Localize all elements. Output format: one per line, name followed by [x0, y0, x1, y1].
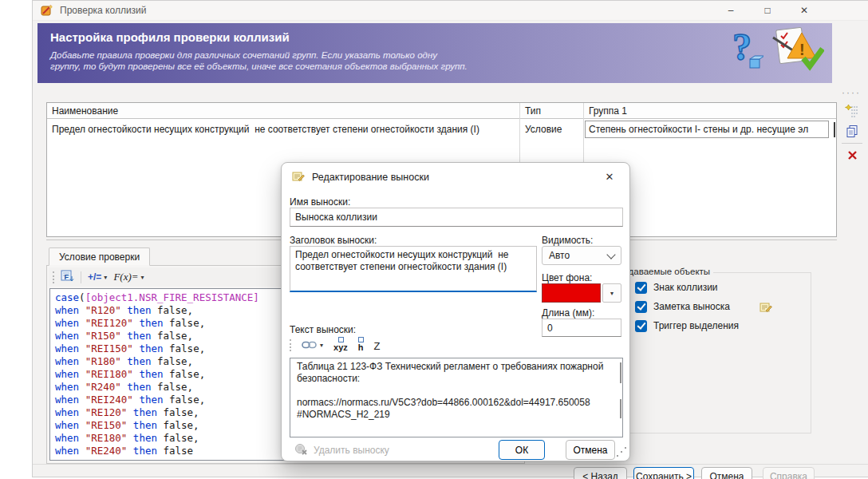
chevron-down-icon: ▾ — [141, 274, 144, 281]
hyperlink-icon — [302, 340, 317, 350]
visibility-label: Видимость: — [542, 235, 593, 246]
textarea-scrollbar-thumb[interactable] — [620, 399, 621, 418]
hyperlink-button[interactable]: ▾ — [302, 340, 323, 350]
checkbox-row: Заметка выноска — [635, 299, 772, 315]
column-header-group1: Группа 1 — [584, 103, 836, 119]
callout-header-input[interactable]: Предел огнестойкости несущих конструкций… — [290, 246, 537, 292]
checkbox-row: Знак коллизии — [635, 279, 718, 295]
banner: Настройка профиля проверки коллизий Доба… — [37, 23, 832, 83]
checkbox-row: Триггер выделения — [635, 318, 739, 334]
dialog-close-button[interactable]: ✕ — [598, 168, 621, 185]
maximize-button[interactable]: □ — [749, 1, 786, 20]
checkbox[interactable] — [635, 282, 647, 294]
screen: Проверка коллизий – □ ✕ Настройка профил… — [0, 0, 868, 479]
callout-header-label: Заголовок выноски: — [290, 235, 377, 246]
tab-condition[interactable]: Условие проверки — [49, 247, 150, 266]
app-icon — [41, 4, 53, 17]
rule-row-type[interactable]: Условие — [520, 119, 583, 135]
chevron-down-icon: ▾ — [610, 290, 614, 297]
table-scrollbar-thumb[interactable] — [834, 122, 835, 137]
callout-text-label: Текст выноски: — [290, 324, 356, 335]
dialog-cancel-button[interactable]: Отмена — [566, 440, 615, 460]
insert-function-button[interactable]: F(x)=▾ — [113, 271, 144, 283]
ok-button[interactable]: ОК — [499, 440, 545, 460]
rule-row-name[interactable]: Предел огнестойкости несущих конструкций… — [47, 119, 519, 135]
cancel-button[interactable]: Отмена — [701, 467, 752, 479]
visibility-dropdown[interactable]: Авто — [542, 246, 621, 265]
svg-text:!: ! — [799, 41, 805, 58]
checkbox[interactable] — [635, 320, 647, 332]
bg-color-dropdown-button[interactable]: ▾ — [602, 283, 621, 303]
resize-grip[interactable] — [617, 455, 618, 457]
page-subtitle-line2: группу, то будут проверены все её объект… — [50, 61, 468, 71]
svg-text:?: ? — [732, 26, 752, 68]
note-edit-icon — [291, 169, 305, 185]
delete-callout-icon — [294, 442, 308, 458]
bg-color-label: Цвет фона: — [542, 272, 592, 283]
function-label: F(x)= — [113, 271, 138, 283]
add-operator-button[interactable]: +/=▾ — [88, 271, 107, 283]
add-operator-label: +/= — [88, 271, 101, 283]
length-label: Длина (мм): — [542, 307, 594, 319]
column-header-name: Наименование — [47, 103, 519, 119]
help-button[interactable]: Справка — [763, 467, 815, 479]
chevron-down-icon: ▾ — [104, 274, 107, 281]
footer-divider — [33, 464, 868, 465]
delete-rule-icon[interactable] — [843, 147, 861, 163]
help-icon: ? — [732, 26, 763, 75]
checkbox-label: Заметка выноска — [653, 301, 730, 312]
window-controls: – □ ✕ — [712, 1, 823, 20]
copy-rule-icon[interactable] — [843, 123, 861, 139]
side-toolbar-divider — [842, 143, 862, 144]
toolbar-divider — [81, 271, 81, 283]
page-title: Настройка профиля проверки коллизий — [50, 30, 290, 44]
xyz-coordinates-button[interactable]: xyz — [333, 338, 348, 352]
chevron-down-icon — [606, 250, 615, 259]
delete-callout-label: Удалить выноску — [314, 445, 389, 456]
height-button[interactable]: h — [358, 338, 364, 352]
save-button[interactable]: Сохранить > — [633, 467, 694, 479]
checkbox-label: Триггер выделения — [653, 320, 739, 331]
minimize-button[interactable]: – — [712, 1, 749, 20]
callout-text-input[interactable]: Таблица 21 123-ФЗ Технический регламент … — [290, 358, 623, 437]
edit-callout-dialog: Редактирование выноски ✕ Имя выноски: За… — [281, 162, 630, 461]
callout-name-input[interactable] — [290, 208, 623, 227]
tasks-check-icon: ! — [771, 26, 824, 77]
z-button[interactable]: Z — [374, 338, 381, 352]
window-title: Проверка коллизий — [60, 5, 147, 16]
back-button[interactable]: < Назад — [574, 467, 627, 479]
callout-text-toolbar: ▾ xyz h Z — [290, 335, 380, 354]
close-button[interactable]: ✕ — [786, 1, 823, 20]
length-input[interactable] — [542, 319, 621, 337]
checkbox-label: Знак коллизии — [653, 282, 718, 293]
chevron-down-icon: ▾ — [320, 342, 323, 349]
bg-color-swatch[interactable] — [542, 283, 601, 303]
formula-form-icon[interactable]: F — [61, 270, 74, 285]
rule-row-group1-cell[interactable]: Степень огнестойкости I- стены и др. нес… — [585, 121, 829, 138]
dialog-title: Редактирование выноски — [312, 172, 429, 183]
new-rule-icon[interactable] — [843, 103, 861, 119]
callout-name-label: Имя выноски: — [290, 196, 350, 208]
toolbar-grip — [53, 271, 54, 283]
column-header-type: Тип — [520, 103, 583, 119]
svg-text:F: F — [65, 273, 69, 281]
note-edit-icon[interactable] — [759, 300, 772, 314]
banner-icons: ? ! — [732, 26, 824, 77]
textarea-scrollbar-thumb[interactable] — [620, 362, 621, 383]
toolbar-grip — [290, 339, 291, 351]
page-subtitle-line1: Добавьте правила проверки для различных … — [50, 50, 437, 60]
dialog-titlebar: Редактирование выноски — [291, 169, 429, 185]
checkbox[interactable] — [635, 301, 647, 313]
visibility-value: Авто — [549, 250, 570, 261]
delete-callout-button: Удалить выноску — [290, 441, 394, 459]
side-toolbar-grip: ···· — [842, 87, 861, 98]
titlebar: Проверка коллизий – □ ✕ — [33, 1, 868, 21]
